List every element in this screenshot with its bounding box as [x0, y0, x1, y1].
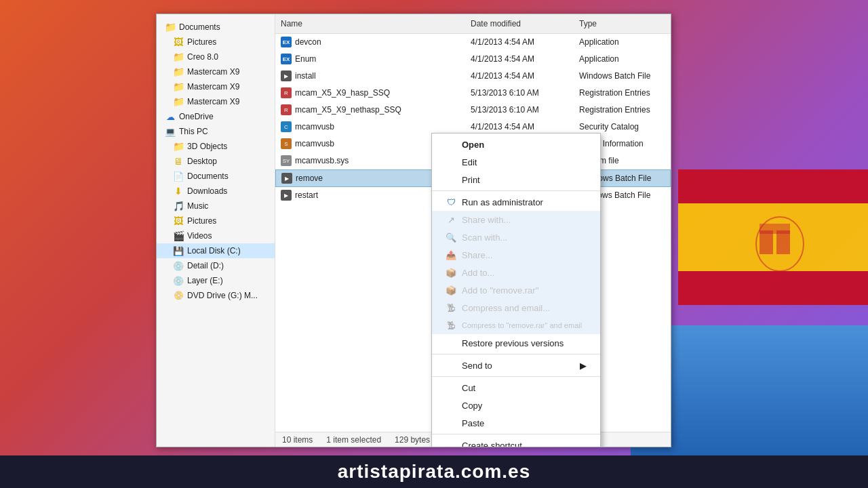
copy-icon — [446, 400, 456, 411]
file-area: Name Date modified Type Size EX devcon 4… — [275, 14, 671, 447]
explorer-window: 📁 Documents 🖼 Pictures 📁 Creo 8.0 📁 Mast… — [156, 14, 671, 447]
col-name[interactable]: Name — [275, 17, 465, 30]
ctx-runas[interactable]: 🛡 Run as administrator — [432, 193, 600, 211]
ctx-copy[interactable]: Copy — [432, 396, 600, 414]
shortcut-icon — [446, 440, 456, 447]
sidebar-label: Mastercam X9 — [187, 97, 239, 106]
sidebar-item-documents-top[interactable]: 📁 Documents — [157, 20, 275, 35]
setup-icon: S — [281, 138, 292, 149]
ctx-print[interactable]: Print — [432, 171, 600, 188]
ctx-createshortcut[interactable]: Create shortcut — [432, 436, 600, 447]
ctx-separator-4 — [432, 434, 600, 434]
sidebar-item-thispc[interactable]: 💻 This PC — [157, 124, 275, 139]
sidebar-item-desktop[interactable]: 🖥 Desktop — [157, 154, 275, 169]
sidebar-item-videos[interactable]: 🎬 Videos — [157, 228, 275, 243]
ctx-sendto[interactable]: Send to ▶ — [432, 357, 600, 374]
sidebar-label: Pictures — [187, 216, 216, 226]
ctx-share[interactable]: ↗ Share with... — [432, 211, 600, 228]
file-name-cell: C mcamvusb — [275, 120, 465, 134]
sidebar-label: Mastercam X9 — [187, 82, 239, 92]
file-type-cell: Windows Batch File — [574, 70, 671, 82]
file-name-cell: ▶ install — [275, 69, 465, 83]
folder-icon: 🎵 — [173, 201, 184, 211]
file-name-cell: EX Enum — [275, 52, 465, 66]
file-date-cell: 4/1/2013 4:54 AM — [465, 53, 574, 65]
file-date-cell: 4/1/2013 4:54 AM — [465, 121, 574, 133]
file-type-cell: Security Catalog — [574, 121, 671, 133]
computer-icon: 💻 — [165, 126, 176, 137]
sidebar-label: This PC — [179, 127, 208, 136]
dvd-icon: 📀 — [173, 290, 184, 301]
spain-flag — [678, 169, 868, 305]
sidebar-item-localc[interactable]: 💾 Local Disk (C:) — [157, 243, 275, 258]
sidebar-label: 3D Objects — [187, 142, 227, 151]
file-header: Name Date modified Type Size — [275, 14, 671, 34]
ctx-addtorar[interactable]: 📦 Add to "remove.rar" — [432, 281, 600, 299]
sidebar-item-mastercam1[interactable]: 📁 Mastercam X9 — [157, 64, 275, 79]
shield-icon: 🛡 — [446, 197, 456, 207]
archive-icon: 📦 — [446, 267, 456, 278]
table-row[interactable]: R mcam_X5_X9_nethasp_SSQ 5/13/2013 6:10 … — [275, 102, 671, 119]
table-row[interactable]: EX devcon 4/1/2013 4:54 AM Application 7… — [275, 34, 671, 51]
drive-icon: 💿 — [173, 260, 184, 271]
table-row[interactable]: R mcam_X5_X9_hasp_SSQ 5/13/2013 6:10 AM … — [275, 85, 671, 102]
sidebar-label: Documents — [179, 22, 220, 32]
drive-icon: 💾 — [173, 245, 184, 256]
ctx-edit[interactable]: Edit — [432, 153, 600, 171]
reg-icon: R — [281, 87, 292, 98]
sidebar-label: Layer (E:) — [187, 276, 223, 285]
sidebar-item-creo[interactable]: 📁 Creo 8.0 — [157, 49, 275, 64]
sidebar-label: DVD Drive (G:) M... — [187, 291, 258, 300]
ctx-compressrar[interactable]: 🗜 Compress to "remove.rar" and email — [432, 317, 600, 334]
compress2-icon: 🗜 — [446, 320, 456, 331]
sidebar-item-detaild[interactable]: 💿 Detail (D:) — [157, 258, 275, 273]
selected-count: 1 item selected — [326, 435, 381, 445]
table-row[interactable]: ▶ install 4/1/2013 4:54 AM Windows Batch… — [275, 68, 671, 85]
col-date[interactable]: Date modified — [465, 17, 574, 30]
ctx-scan[interactable]: 🔍 Scan with... — [432, 228, 600, 246]
ctx-separator-2 — [432, 354, 600, 354]
sidebar-label: Desktop — [187, 157, 217, 166]
context-menu: Open Edit Print 🛡 Run as administrator ↗… — [431, 133, 601, 447]
ctx-addto[interactable]: 📦 Add to... — [432, 264, 600, 281]
sidebar-label: Mastercam X9 — [187, 67, 239, 77]
reg-icon: R — [281, 104, 292, 115]
ctx-open[interactable]: Open — [432, 136, 600, 153]
edit-icon — [446, 157, 456, 167]
ctx-share2[interactable]: 📤 Share... — [432, 246, 600, 264]
col-type[interactable]: Type — [574, 17, 671, 30]
bat-icon: ▶ — [281, 190, 292, 201]
cut-icon — [446, 382, 456, 393]
sidebar-item-pictures2[interactable]: 🖼 Pictures — [157, 214, 275, 228]
file-date-cell: 4/1/2013 4:54 AM — [465, 36, 574, 48]
sidebar-item-mastercam3[interactable]: 📁 Mastercam X9 — [157, 94, 275, 109]
file-size-status: 129 bytes — [395, 435, 430, 445]
folder-icon: 🎬 — [173, 230, 184, 241]
sidebar-item-layere[interactable]: 💿 Layer (E:) — [157, 273, 275, 288]
sidebar-item-documents[interactable]: 📄 Documents — [157, 169, 275, 184]
folder-icon: ⬇ — [173, 186, 184, 197]
file-date-cell: 4/1/2013 4:54 AM — [465, 70, 574, 82]
folder-icon: 📁 — [165, 22, 176, 33]
sidebar-item-3dobjects[interactable]: 📁 3D Objects — [157, 139, 275, 154]
ctx-restore[interactable]: Restore previous versions — [432, 334, 600, 352]
print-icon — [446, 174, 456, 185]
sidebar-item-pictures[interactable]: 🖼 Pictures — [157, 35, 275, 49]
sidebar-item-downloads[interactable]: ⬇ Downloads — [157, 184, 275, 199]
file-date-cell: 5/13/2013 6:10 AM — [465, 87, 574, 99]
table-row[interactable]: EX Enum 4/1/2013 4:54 AM Application 54 … — [275, 51, 671, 68]
share-icon: ↗ — [446, 214, 456, 225]
ctx-separator-3 — [432, 376, 600, 377]
folder-icon: 📁 — [173, 96, 184, 107]
ctx-paste[interactable]: Paste — [432, 414, 600, 432]
items-count: 10 items — [282, 435, 313, 445]
ctx-cut[interactable]: Cut — [432, 379, 600, 396]
sidebar-item-mastercam2[interactable]: 📁 Mastercam X9 — [157, 79, 275, 94]
file-type-cell: Registration Entries — [574, 104, 671, 116]
sidebar-item-dvd[interactable]: 📀 DVD Drive (G:) M... — [157, 288, 275, 303]
sidebar-item-onedrive[interactable]: ☁ OneDrive — [157, 109, 275, 124]
folder-icon: 🖼 — [173, 37, 184, 47]
ctx-compress[interactable]: 🗜 Compress and email... — [432, 299, 600, 317]
sidebar-item-music[interactable]: 🎵 Music — [157, 199, 275, 214]
sys-icon: SY — [281, 155, 292, 166]
